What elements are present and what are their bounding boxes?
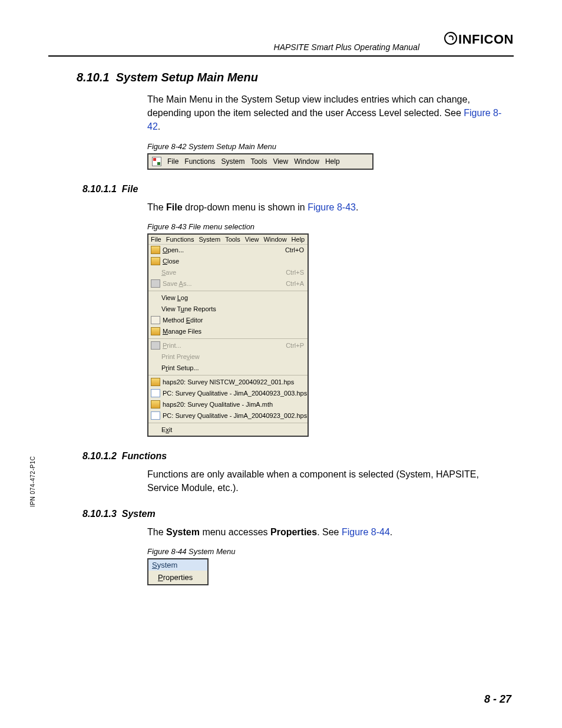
blank-icon	[151, 305, 159, 312]
fig43-menubar: File Functions System Tools View Window …	[148, 235, 308, 245]
menu-item-label: Open...	[163, 246, 285, 253]
menu-item-label: Print Preview	[161, 353, 304, 360]
para-8-10-1: The Main Menu in the System Setup view i…	[147, 93, 505, 134]
menu-item-accelerator: Ctrl+P	[286, 342, 304, 349]
file-menu-item[interactable]: haps20: Survey Qualitative - JimA.mth	[148, 399, 308, 410]
file-menu-item[interactable]: Open...Ctrl+O	[148, 245, 308, 256]
ico-folder-icon	[151, 400, 160, 409]
file-menu-item[interactable]: Method Editor	[148, 315, 308, 326]
figure-8-42: File Functions System Tools View Window …	[147, 153, 373, 170]
menu-item-label: Manage Files	[163, 328, 304, 335]
fig43-menu-functions[interactable]: Functions	[166, 236, 194, 243]
fig43-menu-window[interactable]: Window	[263, 236, 286, 243]
figure-8-43: File Functions System Tools View Window …	[147, 233, 309, 437]
para-8-10-1-2: Functions are only available when a comp…	[147, 467, 505, 495]
menu-item-label: Save	[161, 269, 286, 276]
heading-8-10-1: 8.10.1 System Setup Main Menu	[77, 71, 514, 84]
brand-logo: INFICON	[444, 31, 514, 47]
heading-8-10-1-1: 8.10.1.1 File	[82, 184, 514, 195]
ico-open-icon	[151, 246, 160, 254]
fig43-menu-system[interactable]: System	[199, 236, 220, 243]
brand-text: INFICON	[458, 32, 514, 47]
blank-icon	[151, 353, 159, 360]
ico-edit-icon	[151, 316, 160, 324]
heading-8-10-1-2: 8.10.1.2 Functions	[82, 451, 514, 462]
file-menu-item[interactable]: Close	[148, 256, 308, 267]
menu-item-label: haps20: Survey NISTCW_20040922_001.hps	[163, 378, 304, 386]
menu-window[interactable]: Window	[294, 157, 319, 166]
menu-item-label: PC: Survey Qualitative - JimA_20040923_0…	[163, 412, 307, 419]
file-menu-item[interactable]: View Tune Reports	[148, 304, 308, 315]
heading-8-10-1-3: 8.10.1.3 System	[82, 509, 514, 519]
para-8-10-1-1: The File drop-down menu is shown in Figu…	[147, 200, 505, 214]
file-menu-item: Save As...Ctrl+A	[148, 278, 308, 289]
caption-fig-8-42: Figure 8-42 System Setup Main Menu	[147, 142, 514, 151]
menu-item-label: Print Setup...	[161, 364, 304, 371]
file-menu-item: SaveCtrl+S	[148, 267, 308, 278]
app-icon	[152, 157, 161, 166]
menu-view[interactable]: View	[273, 157, 288, 166]
menu-item-label: View Tune Reports	[161, 305, 304, 312]
caption-fig-8-43: Figure 8-43 File menu selection	[147, 222, 514, 231]
ico-print-icon	[151, 341, 160, 350]
menu-tools[interactable]: Tools	[250, 157, 267, 166]
file-menu-item[interactable]: Manage Files	[148, 326, 308, 337]
menu-item-accelerator: Ctrl+S	[286, 269, 304, 276]
ico-doc-icon	[151, 411, 160, 420]
fig44-properties-item[interactable]: Properties	[148, 571, 207, 584]
menu-item-label: PC: Survey Qualitative - JimA_20040923_0…	[163, 390, 307, 397]
blank-icon	[151, 269, 159, 276]
fig43-menu-view[interactable]: View	[245, 236, 259, 243]
ico-folder-icon	[151, 327, 160, 335]
menu-item-label: haps20: Survey Qualitative - JimA.mth	[163, 401, 304, 408]
page-number: 8 - 27	[484, 693, 511, 706]
side-ipn: IPN 074-472-P1C	[29, 456, 36, 507]
ico-folder-icon	[151, 378, 160, 386]
menu-item-label: Close	[163, 258, 304, 265]
menu-item-label: Method Editor	[163, 317, 304, 324]
menu-item-label: Print...	[163, 342, 286, 349]
para-8-10-1-3: The System menu accesses Properties. See…	[147, 525, 505, 539]
ico-close-icon	[151, 257, 160, 265]
menu-item-accelerator: Ctrl+A	[286, 280, 304, 287]
blank-icon	[151, 294, 159, 301]
ico-save-icon	[151, 279, 160, 288]
brand-icon	[444, 32, 457, 45]
file-menu-item: Print Preview	[148, 351, 308, 363]
menu-system[interactable]: System	[221, 157, 244, 166]
menu-item-label: Exit	[161, 426, 304, 433]
header-rule	[48, 55, 514, 57]
file-menu-item: Print...Ctrl+P	[148, 340, 308, 351]
fig43-menu-tools[interactable]: Tools	[225, 236, 240, 243]
file-menu-item[interactable]: PC: Survey Qualitative - JimA_20040923_0…	[148, 410, 308, 421]
menu-item-accelerator: Ctrl+O	[285, 246, 304, 253]
fig44-system-menu[interactable]: System	[148, 559, 207, 571]
blank-icon	[151, 364, 159, 371]
file-menu-item[interactable]: Exit	[148, 424, 308, 436]
menu-file[interactable]: File	[167, 157, 178, 166]
fig43-menu-file[interactable]: File	[151, 236, 161, 243]
file-menu-item[interactable]: View Log	[148, 292, 308, 304]
file-menu-item[interactable]: haps20: Survey NISTCW_20040922_001.hps	[148, 377, 308, 388]
caption-fig-8-44: Figure 8-44 System Menu	[147, 547, 514, 556]
running-title: HAPSITE Smart Plus Operating Manual	[274, 42, 419, 52]
figure-8-44: System Properties	[147, 558, 209, 585]
fig43-menu-help[interactable]: Help	[292, 236, 305, 243]
menu-functions[interactable]: Functions	[184, 157, 215, 166]
blank-icon	[151, 426, 159, 433]
link-fig-8-44[interactable]: Figure 8-44	[342, 527, 390, 537]
menu-item-label: Save As...	[163, 280, 286, 287]
file-menu-item[interactable]: Print Setup...	[148, 363, 308, 374]
link-fig-8-43[interactable]: Figure 8-43	[308, 202, 356, 212]
ico-doc-icon	[151, 389, 160, 397]
file-menu-item[interactable]: PC: Survey Qualitative - JimA_20040923_0…	[148, 388, 308, 399]
menu-item-label: View Log	[161, 294, 304, 301]
menu-help[interactable]: Help	[325, 157, 340, 166]
